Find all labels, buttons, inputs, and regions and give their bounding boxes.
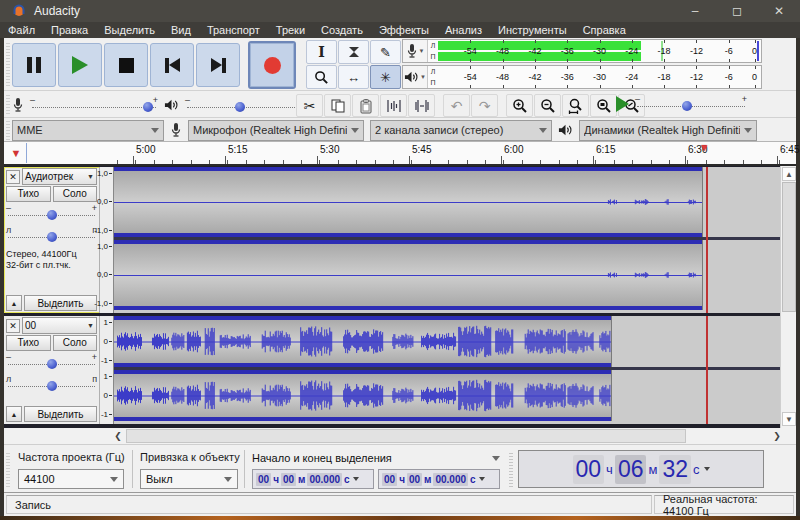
- waveform-channel-left[interactable]: [114, 167, 779, 237]
- selection-start-field[interactable]: 00ч00м00.000с: [252, 469, 374, 489]
- pan-slider[interactable]: л п: [6, 225, 97, 246]
- time-shift-tool-button[interactable]: ↔: [338, 65, 369, 89]
- vertical-scale-ruler[interactable]: 10-110-1: [100, 316, 114, 424]
- recording-volume-slider[interactable]: –+: [30, 95, 158, 115]
- skip-to-end-button[interactable]: [196, 43, 240, 87]
- track-title-dropdown[interactable]: 00▼: [22, 317, 97, 334]
- recording-device-dropdown[interactable]: Микрофон (Realtek High Definiti: [188, 120, 364, 141]
- menu-item-5[interactable]: Транспорт: [199, 22, 268, 38]
- menu-item-4[interactable]: Вид: [163, 22, 199, 38]
- scroll-down-button[interactable]: ▼: [782, 412, 796, 426]
- pan-slider[interactable]: л п: [6, 374, 97, 395]
- select-track-button[interactable]: Выделить: [24, 406, 97, 422]
- vertical-scale-ruler[interactable]: 1,00,0-1,01,00,0-1,0: [100, 167, 114, 313]
- menu-item-10[interactable]: Инструменты: [490, 22, 575, 38]
- pause-button[interactable]: [12, 43, 56, 87]
- scroll-left-button[interactable]: ❮: [111, 429, 125, 443]
- project-rate-dropdown[interactable]: 44100: [18, 469, 124, 489]
- gain-slider[interactable]: – +: [6, 352, 97, 373]
- recording-channels-dropdown[interactable]: 2 канала записи (стерео): [370, 120, 552, 141]
- close-button[interactable]: ✕: [758, 0, 800, 22]
- track-waveform-view[interactable]: [114, 167, 780, 313]
- play-button[interactable]: [58, 43, 102, 87]
- copy-button[interactable]: [324, 94, 351, 117]
- zoom-in-button[interactable]: [506, 94, 533, 117]
- skip-to-start-button[interactable]: [150, 43, 194, 87]
- scroll-up-button[interactable]: ▲: [782, 167, 796, 181]
- audio-host-dropdown[interactable]: MME: [12, 120, 164, 141]
- gain-slider[interactable]: – +: [6, 203, 97, 224]
- redo-button[interactable]: ↷: [471, 94, 498, 117]
- select-track-button[interactable]: Выделить: [24, 295, 97, 311]
- slider-thumb[interactable]: [143, 102, 153, 112]
- playback-speed-slider[interactable]: –+: [635, 94, 747, 114]
- paste-button[interactable]: [352, 94, 379, 117]
- minimize-button[interactable]: –: [674, 0, 716, 22]
- waveform-channel-left[interactable]: [114, 316, 779, 367]
- recording-meter-mic-button[interactable]: ▼: [403, 40, 428, 62]
- slider-thumb[interactable]: [682, 101, 692, 111]
- time-digit-group[interactable]: 00: [281, 473, 296, 486]
- time-unit-label[interactable]: с: [691, 462, 702, 477]
- zoom-to-fit-button[interactable]: [590, 94, 617, 117]
- menu-item-6[interactable]: Треки: [268, 22, 313, 38]
- time-digit-group[interactable]: 06: [615, 455, 647, 484]
- chevron-down-icon[interactable]: [704, 467, 710, 471]
- time-unit-label[interactable]: м: [646, 462, 659, 477]
- scroll-right-button[interactable]: ❯: [770, 429, 784, 443]
- envelope-tool-button[interactable]: [338, 40, 369, 64]
- trim-audio-button[interactable]: [380, 94, 407, 117]
- selection-end-field[interactable]: 00ч00м00.000с: [378, 469, 500, 489]
- slider-thumb[interactable]: [47, 232, 57, 242]
- stop-button[interactable]: [104, 43, 148, 87]
- time-digit-group[interactable]: 00: [256, 473, 271, 486]
- chevron-down-icon[interactable]: [353, 477, 359, 481]
- multi-tool-button[interactable]: ✳: [370, 65, 401, 89]
- vertical-scrollbar[interactable]: ▲ ▼: [780, 166, 796, 428]
- menu-item-9[interactable]: Анализ: [437, 22, 490, 38]
- selection-tool-button[interactable]: I: [306, 40, 337, 64]
- time-digit-group[interactable]: 00.000: [307, 473, 342, 486]
- track-close-button[interactable]: ✕: [6, 170, 20, 184]
- maximize-button[interactable]: ◻: [716, 0, 758, 22]
- timeline-ruler[interactable]: ▼ 5:005:155:305:456:006:156:306:45▼: [4, 142, 796, 166]
- timeline-scale[interactable]: 5:005:155:305:456:006:156:306:45▼: [115, 142, 796, 164]
- zoom-out-button[interactable]: [534, 94, 561, 117]
- collapse-track-button[interactable]: ▲: [6, 406, 22, 422]
- slider-thumb[interactable]: [47, 210, 57, 220]
- playback-device-dropdown[interactable]: Динамики (Realtek High Definiti: [579, 120, 757, 141]
- time-unit-label[interactable]: ч: [604, 462, 615, 477]
- selection-range-mode-dropdown[interactable]: Начало и конец выделения: [252, 449, 500, 467]
- playback-meter-speaker-button[interactable]: ▼: [403, 66, 428, 88]
- horizontal-scrollbar[interactable]: ❮ ❯: [4, 428, 796, 444]
- slider-thumb[interactable]: [235, 102, 245, 112]
- menu-item-7[interactable]: Создать: [313, 22, 371, 38]
- slider-thumb[interactable]: [47, 359, 57, 369]
- waveform-channel-right[interactable]: [114, 240, 779, 310]
- menu-item-2[interactable]: Правка: [43, 22, 96, 38]
- time-digit-group[interactable]: 00.000: [433, 473, 468, 486]
- time-digit-group[interactable]: 00: [382, 473, 397, 486]
- play-at-speed-button[interactable]: [616, 96, 629, 112]
- collapse-track-button[interactable]: ▲: [6, 295, 22, 311]
- cut-button[interactable]: ✂: [296, 94, 323, 117]
- undo-button[interactable]: ↶: [443, 94, 470, 117]
- track-title-dropdown[interactable]: Аудиотрек▼: [22, 168, 97, 185]
- solo-button[interactable]: Соло: [53, 335, 98, 351]
- audio-position-display[interactable]: 00ч06м32с: [518, 450, 764, 488]
- zoom-tool-button[interactable]: [306, 65, 337, 89]
- zoom-to-selection-button[interactable]: [562, 94, 589, 117]
- time-digit-group[interactable]: 32: [659, 455, 691, 484]
- time-digit-group[interactable]: 00: [407, 473, 422, 486]
- slider-thumb[interactable]: [47, 381, 57, 391]
- solo-button[interactable]: Соло: [53, 186, 98, 202]
- track-close-button[interactable]: ✕: [6, 319, 20, 333]
- track-waveform-view[interactable]: [114, 316, 780, 424]
- menu-item-3[interactable]: Выделить: [96, 22, 163, 38]
- snap-to-dropdown[interactable]: Выкл: [140, 469, 238, 489]
- horizontal-scroll-thumb[interactable]: [126, 429, 686, 443]
- vertical-scroll-thumb[interactable]: [782, 182, 796, 312]
- silence-audio-button[interactable]: [408, 94, 435, 117]
- recording-meter[interactable]: ▼ ЛП -54-48-42-36-30-24-18-12-60: [402, 39, 762, 63]
- menu-item-8[interactable]: Эффекты: [371, 22, 437, 38]
